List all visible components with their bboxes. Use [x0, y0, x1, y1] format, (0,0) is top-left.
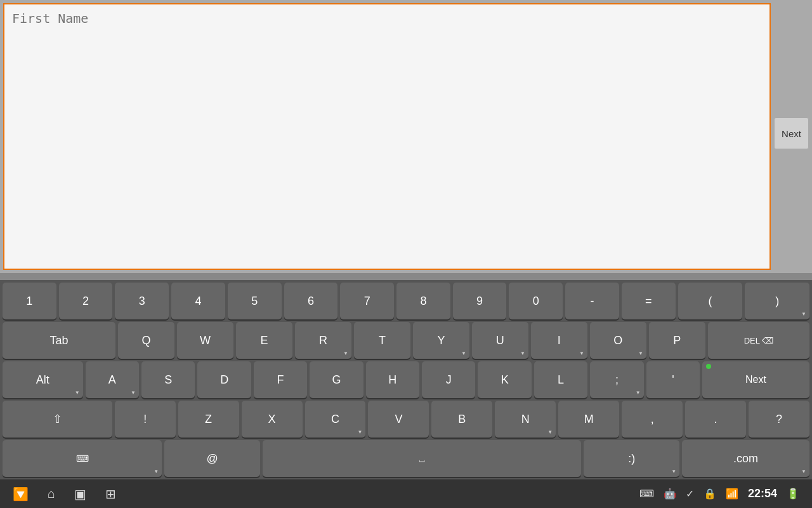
- key-2[interactable]: 2: [59, 283, 113, 319]
- key-y[interactable]: Y▼: [413, 322, 469, 359]
- nav-apps-icon[interactable]: ⊞: [105, 486, 116, 502]
- keyboard-row-asdf: Alt▼ A▼ S D F G H J K L ;▼ ' Next: [3, 361, 809, 398]
- key-keyboard-toggle[interactable]: ⌨▼: [3, 440, 162, 477]
- key-comma[interactable]: ,: [622, 401, 683, 438]
- key-g[interactable]: G: [310, 361, 363, 398]
- key-r[interactable]: R▼: [295, 322, 351, 359]
- key-shift[interactable]: ⇧: [3, 401, 112, 438]
- key-b[interactable]: B: [431, 401, 492, 438]
- key-alt[interactable]: Alt▼: [3, 361, 83, 398]
- keyboard: 1 2 3 4 5 6 7 8 9 0 - = ( ) ▼ Tab Q W E …: [0, 280, 812, 479]
- key-5[interactable]: 5: [228, 283, 282, 319]
- key-smiley[interactable]: :)▼: [584, 440, 679, 477]
- input-area: Next: [0, 0, 812, 273]
- key-open-paren[interactable]: (: [678, 283, 743, 319]
- key-m[interactable]: M: [558, 401, 619, 438]
- key-p[interactable]: P: [649, 322, 705, 359]
- signal-status-icon: 📶: [726, 488, 738, 500]
- key-del[interactable]: DEL ⌫: [708, 322, 809, 359]
- nav-recents-icon[interactable]: ▣: [74, 486, 86, 502]
- key-q[interactable]: Q: [118, 322, 174, 359]
- key-w[interactable]: W: [177, 322, 233, 359]
- key-x[interactable]: X: [242, 401, 303, 438]
- key-l[interactable]: L: [534, 361, 587, 398]
- key-tab[interactable]: Tab: [3, 322, 115, 359]
- time-display: 22:54: [748, 487, 777, 500]
- check-status-icon: ✓: [686, 488, 694, 500]
- key-3[interactable]: 3: [115, 283, 169, 319]
- lock-status-icon: 🔒: [704, 488, 716, 500]
- keyboard-row-qwerty: Tab Q W E R▼ T Y▼ U▼ I▼ O▼ P DEL ⌫: [3, 322, 809, 359]
- battery-icon: 🔋: [787, 488, 799, 500]
- key-j[interactable]: J: [422, 361, 475, 398]
- android-status-icon: 🤖: [664, 488, 676, 500]
- key-c[interactable]: C▼: [305, 401, 366, 438]
- keyboard-row-zxcv: ⇧ ! Z X C▼ V B N▼ M , . ?: [3, 401, 809, 438]
- key-1[interactable]: 1: [3, 283, 56, 319]
- key-s[interactable]: S: [141, 361, 195, 398]
- key-z[interactable]: Z: [178, 401, 239, 438]
- key-7[interactable]: 7: [340, 283, 394, 319]
- key-n[interactable]: N▼: [495, 401, 556, 438]
- key-h[interactable]: H: [366, 361, 419, 398]
- first-name-input[interactable]: [3, 3, 771, 270]
- key-d[interactable]: D: [197, 361, 251, 398]
- key-question[interactable]: ?: [749, 401, 809, 438]
- key-6[interactable]: 6: [284, 283, 338, 319]
- key-semicolon[interactable]: ;▼: [590, 361, 643, 398]
- key-v[interactable]: V: [368, 401, 429, 438]
- key-i[interactable]: I▼: [531, 322, 587, 359]
- key-a[interactable]: A▼: [86, 361, 139, 398]
- key-period[interactable]: .: [685, 401, 746, 438]
- nav-bar: 🔽 ⌂ ▣ ⊞ ⌨ 🤖 ✓ 🔒 📶 22:54 🔋: [0, 479, 812, 508]
- key-4[interactable]: 4: [171, 283, 225, 319]
- key-0[interactable]: 0: [509, 283, 563, 319]
- key-9[interactable]: 9: [453, 283, 507, 319]
- key-dash[interactable]: -: [565, 283, 619, 319]
- key-dotcom[interactable]: .com▼: [682, 440, 809, 477]
- key-equals[interactable]: =: [622, 283, 676, 319]
- key-t[interactable]: T: [354, 322, 410, 359]
- key-o[interactable]: O▼: [590, 322, 646, 359]
- key-at[interactable]: @: [164, 440, 260, 477]
- keyboard-row-bottom: ⌨▼ @ ⎵ :)▼ .com▼: [3, 440, 809, 477]
- key-f[interactable]: F: [254, 361, 307, 398]
- keyboard-status-icon: ⌨: [639, 488, 654, 500]
- key-next[interactable]: Next: [702, 361, 809, 398]
- key-e[interactable]: E: [236, 322, 292, 359]
- key-u[interactable]: U▼: [472, 322, 528, 359]
- key-quote[interactable]: ': [646, 361, 700, 398]
- nav-back-icon[interactable]: 🔽: [13, 486, 29, 502]
- key-8[interactable]: 8: [396, 283, 450, 319]
- key-k[interactable]: K: [478, 361, 531, 398]
- nav-left: 🔽 ⌂ ▣ ⊞: [13, 486, 116, 502]
- next-button-top[interactable]: Next: [774, 117, 809, 149]
- key-exclaim[interactable]: !: [115, 401, 176, 438]
- nav-right: ⌨ 🤖 ✓ 🔒 📶 22:54 🔋: [639, 487, 799, 500]
- key-space[interactable]: ⎵: [263, 440, 581, 477]
- nav-home-icon[interactable]: ⌂: [48, 486, 55, 501]
- key-close-paren[interactable]: ) ▼: [745, 283, 809, 319]
- keyboard-row-numbers: 1 2 3 4 5 6 7 8 9 0 - = ( ) ▼: [3, 283, 809, 319]
